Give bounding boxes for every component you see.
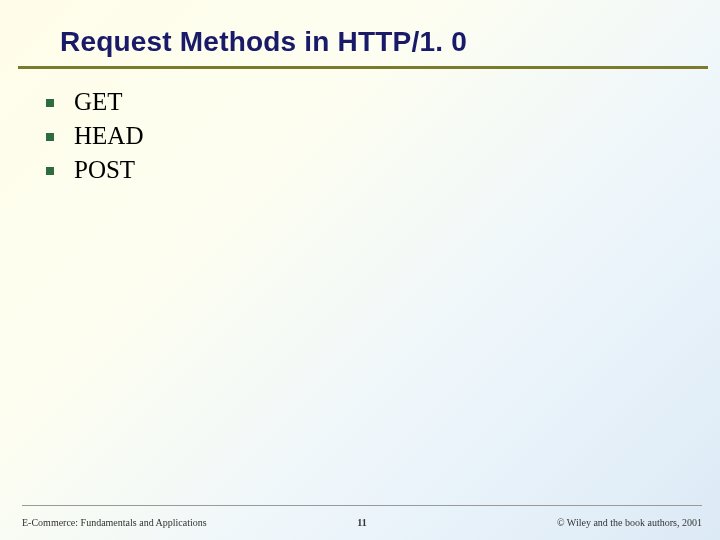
list-item: HEAD — [46, 122, 143, 150]
square-bullet-icon — [46, 167, 54, 175]
bullet-text: POST — [74, 156, 135, 184]
list-item: POST — [46, 156, 143, 184]
list-item: GET — [46, 88, 143, 116]
page-number: 11 — [357, 517, 366, 528]
slide-title: Request Methods in HTTP/1. 0 — [60, 26, 467, 58]
slide: Request Methods in HTTP/1. 0 GET HEAD PO… — [0, 0, 720, 540]
bullet-list: GET HEAD POST — [46, 88, 143, 190]
footer-divider — [22, 505, 702, 506]
title-underline — [18, 66, 708, 69]
bullet-text: HEAD — [74, 122, 143, 150]
footer-left: E-Commerce: Fundamentals and Application… — [22, 517, 207, 528]
bullet-text: GET — [74, 88, 123, 116]
square-bullet-icon — [46, 99, 54, 107]
footer-right: © Wiley and the book authors, 2001 — [557, 517, 702, 528]
square-bullet-icon — [46, 133, 54, 141]
footer: E-Commerce: Fundamentals and Application… — [22, 517, 702, 528]
